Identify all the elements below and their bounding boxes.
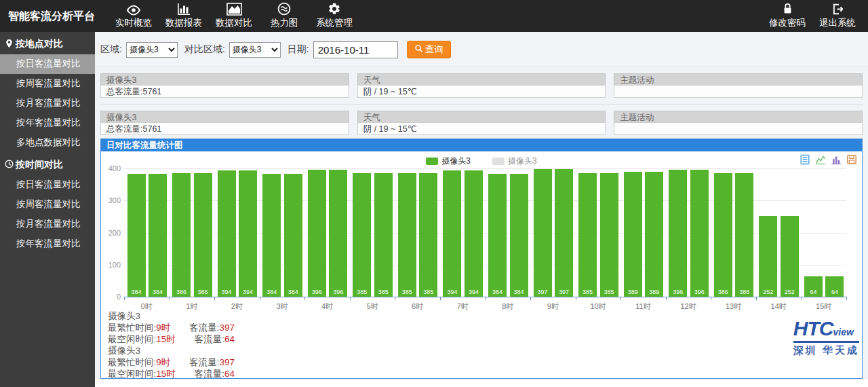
app-title: 智能客流分析平台 <box>0 0 103 32</box>
topbar-action-change-password[interactable]: 修改密码 <box>765 0 810 32</box>
sidebar-item-by-location-multi-site[interactable]: 多地点数据对比 <box>0 133 95 153</box>
chart-bar-9时-series-2[interactable]: 397 <box>555 169 573 297</box>
topbar-action-label: 修改密码 <box>769 17 806 29</box>
nav-item-data-comparison[interactable]: 数据对比 <box>212 0 256 32</box>
chart-bar-9时-series-1[interactable]: 397 <box>534 169 552 297</box>
chart-bar-12时-series-2[interactable]: 396 <box>690 170 709 297</box>
nav-item-data-reports[interactable]: 数据报表 <box>161 0 206 32</box>
chart-bar-15时-series-2[interactable]: 64 <box>825 276 844 297</box>
summary-idle-flow: 64 <box>224 369 235 378</box>
chart-bar-8时-series-2[interactable]: 384 <box>510 174 528 297</box>
nav-item-heatmap[interactable]: 热力图 <box>262 0 307 32</box>
x-axis-label: 15时 <box>801 301 846 312</box>
chart-bar-4时-series-1[interactable]: 396 <box>308 170 326 297</box>
x-axis-label: 8时 <box>486 301 531 312</box>
bar-value-label: 397 <box>534 289 552 295</box>
sidebar-item-by-time-daily[interactable]: 按日客流量对比 <box>0 175 95 195</box>
nav-item-system-management[interactable]: 系统管理 <box>312 0 357 32</box>
main-content: 区域: 摄像头3 对比区域: 摄像头3 日期: 查询 摄像头3总客流量:5761… <box>95 32 868 387</box>
topbar-action-logout[interactable]: 退出系统 <box>815 0 860 32</box>
chart-bar-3时-series-2[interactable]: 384 <box>284 174 302 297</box>
chart-bar-1时-series-2[interactable]: 386 <box>194 173 212 297</box>
chart-bar-3时-series-1[interactable]: 384 <box>262 174 281 297</box>
compare-region-select[interactable]: 摄像头3 <box>229 42 281 58</box>
bar-value-label: 384 <box>488 289 507 295</box>
filter-bar: 区域: 摄像头3 对比区域: 摄像头3 日期: 查询 <box>95 32 868 67</box>
y-axis-label: 300 <box>102 196 121 204</box>
chart-bar-11时-series-2[interactable]: 389 <box>645 172 663 297</box>
chart-bar-10时-series-2[interactable]: 385 <box>600 173 618 297</box>
bar-value-label: 396 <box>669 289 687 295</box>
clock-icon <box>5 160 14 170</box>
chart-bar-6时-series-2[interactable]: 385 <box>419 173 437 297</box>
region-select[interactable]: 摄像头3 <box>126 42 178 58</box>
x-axis-label: 14时 <box>756 301 802 312</box>
sidebar-item-by-time-monthly[interactable]: 按月客流量对比 <box>0 215 95 234</box>
x-axis-label: 6时 <box>395 301 440 312</box>
info-box-content: 总客流量:5761 <box>100 85 349 98</box>
summary-camera-name: 摄像头3 <box>108 310 235 322</box>
logo-main-text: HTC <box>793 317 833 339</box>
x-axis-label: 9时 <box>530 301 576 312</box>
chart-bar-15时-series-1[interactable]: 64 <box>804 276 823 297</box>
info-rows-divider <box>100 104 863 105</box>
x-axis-label: 4时 <box>304 301 350 312</box>
sidebar-item-by-location-daily[interactable]: 按日客流量对比 <box>0 54 95 74</box>
summary-flow-label: 客流量: <box>195 334 224 344</box>
info-box-weather-row2: 天气阴 / 19 ~ 15℃ <box>357 111 606 135</box>
info-box-activity-row1: 主题活动 <box>614 73 863 98</box>
x-axis-tick <box>666 297 667 300</box>
chart-bar-13时-series-2[interactable]: 386 <box>735 173 753 297</box>
x-axis-label: 13时 <box>711 301 756 312</box>
info-box-content: 阴 / 19 ~ 15℃ <box>357 85 606 98</box>
chart-bar-5时-series-1[interactable]: 385 <box>353 173 371 297</box>
chart-bar-12时-series-1[interactable]: 396 <box>669 170 687 297</box>
chart-bar-7时-series-1[interactable]: 394 <box>443 170 461 297</box>
chart-bar-2时-series-2[interactable]: 394 <box>239 170 257 297</box>
bar-value-label: 384 <box>262 289 281 295</box>
chart-bar-1时-series-1[interactable]: 386 <box>172 173 191 297</box>
search-button[interactable]: 查询 <box>407 41 451 58</box>
chart-bar-14时-series-2[interactable]: 252 <box>781 216 799 297</box>
chart-bar-8时-series-1[interactable]: 384 <box>488 174 507 297</box>
info-box-content: 总客流量:5761 <box>100 122 349 135</box>
chart-bar-14时-series-1[interactable]: 252 <box>759 216 777 297</box>
summary-idle-time: 15时 <box>156 369 176 378</box>
summary-busiest-line: 最繁忙时间:9时客流量:397 <box>108 322 235 333</box>
x-axis-tick <box>304 297 305 300</box>
chart-bar-13时-series-1[interactable]: 386 <box>714 173 732 297</box>
bar-value-label: 384 <box>284 289 302 295</box>
chart-bar-0时-series-1[interactable]: 384 <box>127 174 146 297</box>
chart-bar-11时-series-1[interactable]: 389 <box>624 172 642 297</box>
chart-bar-0时-series-2[interactable]: 384 <box>149 174 167 297</box>
sidebar-item-by-location-weekly[interactable]: 按周客流量对比 <box>0 74 95 94</box>
info-box-content: 阴 / 19 ~ 15℃ <box>357 122 606 135</box>
chart-bar-7时-series-2[interactable]: 394 <box>465 170 483 297</box>
eye-icon <box>125 1 142 16</box>
nav-item-realtime-overview[interactable]: 实时概览 <box>111 0 156 32</box>
summary-camera-name: 摄像头3 <box>108 345 235 356</box>
compare-chart-icon <box>226 1 242 16</box>
sidebar-item-by-time-yearly[interactable]: 按年客流量对比 <box>0 234 95 254</box>
chart-bar-2时-series-1[interactable]: 394 <box>218 170 236 297</box>
sidebar-item-by-time-weekly[interactable]: 按周客流量对比 <box>0 195 95 215</box>
bar-value-label: 384 <box>149 289 167 295</box>
chart-bar-10时-series-1[interactable]: 385 <box>578 173 597 297</box>
sidebar-item-by-location-yearly[interactable]: 按年客流量对比 <box>0 113 95 133</box>
info-box-title: 摄像头3 <box>100 111 349 122</box>
info-row-2: 摄像头3总客流量:5761天气阴 / 19 ~ 15℃主题活动 <box>100 111 863 135</box>
summary-busiest-label: 最繁忙时间: <box>108 322 156 333</box>
lock-icon <box>782 1 793 16</box>
chart-bar-4时-series-2[interactable]: 396 <box>329 170 347 297</box>
sidebar-item-by-location-monthly[interactable]: 按月客流量对比 <box>0 94 95 113</box>
summary-flow-label: 客流量: <box>189 357 219 367</box>
y-gridline <box>124 168 846 169</box>
search-icon <box>414 44 423 55</box>
chart-bar-6时-series-1[interactable]: 385 <box>398 173 416 297</box>
bar-value-label: 394 <box>465 289 483 295</box>
logo-sub-text: view <box>833 327 853 337</box>
x-axis-tick <box>124 297 125 300</box>
chart-panel-title: 日对比客流量统计图 <box>101 139 862 151</box>
chart-bar-5时-series-2[interactable]: 385 <box>374 173 393 297</box>
date-input[interactable] <box>313 41 398 58</box>
